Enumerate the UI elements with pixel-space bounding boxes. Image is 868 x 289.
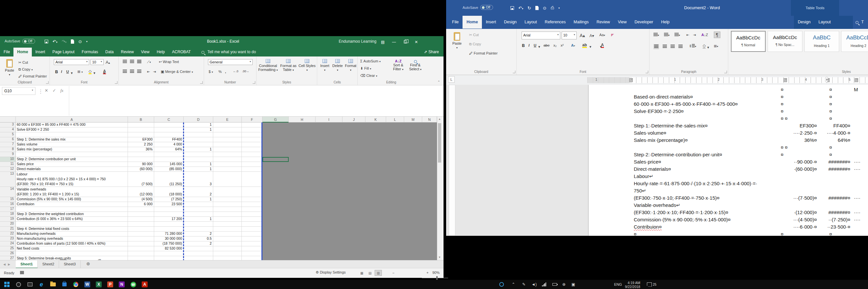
- clipboard-dialog-launcher-icon[interactable]: [46, 81, 49, 84]
- cell-a18[interactable]: Step 3: Determine the weighted contribut…: [16, 212, 128, 217]
- word-touch-mode-icon[interactable]: ⊙: [543, 6, 547, 10]
- word-context-tab-layout[interactable]: Layout: [814, 16, 835, 29]
- copy-button[interactable]: ⧉ Copy ▾: [19, 67, 33, 71]
- align-left-icon[interactable]: [123, 69, 127, 74]
- word-tab-file[interactable]: File: [448, 16, 463, 29]
- hanging-indent-marker[interactable]: [825, 81, 828, 82]
- delete-cells-button[interactable]: Delete▾: [331, 59, 344, 72]
- cell-a14[interactable]: Variable overheads (EF300: 1 200 x 10; F…: [16, 187, 128, 197]
- show-hidden-icons[interactable]: ⌃: [512, 281, 515, 288]
- word-copy-button[interactable]: ⧉ Copy: [469, 42, 481, 46]
- new-document-icon[interactable]: [71, 39, 74, 44]
- sheet-tab-sheet3[interactable]: Sheet3: [59, 260, 81, 268]
- row-header-6[interactable]: 6: [0, 137, 16, 142]
- word-tab-layout[interactable]: Layout: [521, 16, 541, 29]
- line-spacing-icon[interactable]: ⇕▾: [689, 44, 696, 48]
- cell-a12[interactable]: Direct materials: [16, 167, 128, 172]
- word-justify-icon[interactable]: [678, 45, 683, 49]
- row-header-20[interactable]: 20: [0, 222, 16, 227]
- cell-b23[interactable]: [128, 236, 154, 241]
- doc-line[interactable]: Labour↵: [589, 173, 868, 181]
- row-header-9[interactable]: 9: [0, 152, 16, 157]
- number-format-combo[interactable]: General▾: [208, 59, 253, 65]
- page-layout-view-icon[interactable]: ▤: [366, 270, 374, 276]
- increase-indent-icon[interactable]: ⇥: [153, 69, 156, 74]
- cell-d10[interactable]: [184, 157, 213, 162]
- cell-f7[interactable]: [242, 142, 262, 147]
- doc-line[interactable]: (EF300:·1·200·x·10;·FF400·=·1·200·x·15)¤…: [589, 209, 868, 217]
- word-superscript-icon[interactable]: x²: [561, 44, 564, 47]
- percent-icon[interactable]: %: [218, 69, 222, 74]
- cell-a19[interactable]: Contribution (6 000 x 36% + 23 500 x 64%…: [16, 217, 128, 222]
- task-view-icon[interactable]: [25, 281, 35, 288]
- word-increase-indent-icon[interactable]: ⇥: [693, 33, 696, 37]
- borders-grid-icon[interactable]: ⊞▾: [714, 44, 718, 48]
- cell-d20[interactable]: [184, 222, 213, 227]
- cell-a4[interactable]: Solve EF300 = 2 250: [16, 127, 128, 132]
- word-quick-print-icon[interactable]: ⎙: [551, 5, 554, 10]
- cell-b22[interactable]: [128, 232, 154, 236]
- zoom-slider-thumb[interactable]: [436, 276, 438, 280]
- clear-button[interactable]: ⌫ Clear ▾: [360, 74, 377, 78]
- word-underline-button[interactable]: U: [534, 44, 536, 47]
- excel-tab-insert[interactable]: Insert: [32, 48, 49, 57]
- cell-a6[interactable]: Step 1: Determine the sales mix: [16, 137, 128, 142]
- cell-b25[interactable]: [128, 246, 154, 251]
- speaker-icon[interactable]: ◄): [531, 281, 537, 288]
- cell-d17[interactable]: [184, 207, 213, 212]
- increase-decimal-icon[interactable]: ←.0: [233, 69, 239, 73]
- cell-d14[interactable]: 2: [184, 187, 213, 197]
- cell-a25[interactable]: Net fixed costs: [16, 246, 128, 251]
- cell-b4[interactable]: [128, 127, 154, 132]
- clock[interactable]: 4:19 AM 9/22/2018: [625, 281, 640, 289]
- cell-f14[interactable]: [242, 187, 262, 197]
- row-header-18[interactable]: 18: [0, 212, 16, 217]
- doc-line[interactable]: Sales·price¤··90·000·¤#######¤····: [589, 159, 868, 166]
- zoom-level[interactable]: 90%: [432, 270, 440, 274]
- cell-c26[interactable]: [154, 251, 184, 256]
- cell-c19[interactable]: 17 200: [154, 217, 184, 222]
- row-header-13[interactable]: 13: [0, 172, 16, 187]
- cell-b26[interactable]: [128, 251, 154, 256]
- cell-d27[interactable]: [184, 256, 213, 260]
- cortana-icon[interactable]: [13, 281, 23, 288]
- cell-c25[interactable]: 82 530 000: [154, 246, 184, 251]
- cell-c8[interactable]: 64%: [154, 147, 184, 152]
- cell-e24[interactable]: [213, 241, 242, 246]
- cell-e7[interactable]: [213, 142, 242, 147]
- excel-tab-file[interactable]: File: [0, 48, 13, 57]
- cell-b7[interactable]: 2 250: [128, 142, 154, 147]
- cell-e22[interactable]: [213, 232, 242, 236]
- row-header-16[interactable]: 16: [0, 202, 16, 207]
- cell-b18[interactable]: [128, 212, 154, 217]
- column-header-a[interactable]: A: [16, 117, 128, 122]
- cell-a21[interactable]: Step 4: Determine total fixed costs: [16, 227, 128, 232]
- cell-d19[interactable]: 1: [184, 217, 213, 222]
- cell-f23[interactable]: [242, 236, 262, 241]
- cell-f18[interactable]: [242, 212, 262, 217]
- tell-me-search[interactable]: Tell me what you want to do: [202, 50, 256, 54]
- cell-f19[interactable]: [242, 217, 262, 222]
- underline-dropdown-icon[interactable]: ▾: [71, 71, 73, 75]
- row-header-22[interactable]: 22: [0, 232, 16, 236]
- column-header-d[interactable]: D: [184, 117, 213, 122]
- cell-c17[interactable]: [154, 207, 184, 212]
- restore-icon[interactable]: [400, 36, 411, 48]
- cell-a8[interactable]: Sales mix (percentage): [16, 147, 128, 152]
- format-cells-button[interactable]: Format▾: [344, 59, 357, 72]
- cell-a22[interactable]: Manufacturing overheads: [16, 232, 128, 236]
- align-top-icon[interactable]: [123, 60, 127, 64]
- table-column-marker[interactable]: [783, 78, 787, 82]
- shading-icon[interactable]: ◇: [703, 44, 706, 48]
- cell-c21[interactable]: [154, 227, 184, 232]
- cell-b27[interactable]: [128, 256, 154, 260]
- decrease-indent-icon[interactable]: ⇤: [147, 69, 150, 74]
- edge-icon[interactable]: e: [36, 281, 46, 288]
- formula-input[interactable]: [70, 86, 442, 115]
- cell-b10[interactable]: [128, 157, 154, 162]
- excel-autosave-toggle[interactable]: Off: [22, 39, 35, 44]
- paste-button[interactable]: Paste▾: [3, 59, 17, 77]
- cell-b17[interactable]: [128, 207, 154, 212]
- number-dialog-launcher-icon[interactable]: [253, 81, 255, 84]
- table-column-marker[interactable]: [855, 78, 858, 82]
